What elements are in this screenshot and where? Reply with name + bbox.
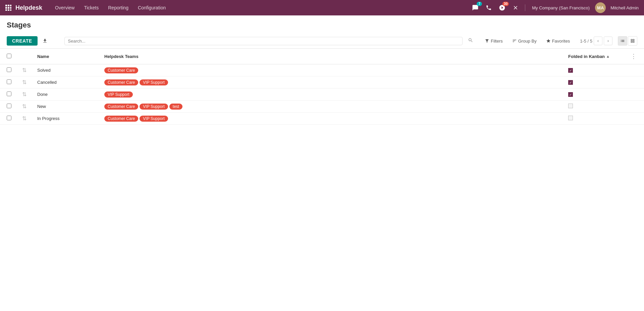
- create-button[interactable]: CREATE: [7, 36, 38, 46]
- svg-rect-6: [5, 9, 7, 11]
- avatar[interactable]: MA: [595, 2, 606, 13]
- nav-configuration[interactable]: Configuration: [133, 0, 170, 15]
- team-tag[interactable]: test: [169, 104, 182, 110]
- drag-handle-cell[interactable]: ⇅: [17, 101, 32, 113]
- row-select-checkbox[interactable]: [7, 79, 11, 84]
- folded-kanban-cell[interactable]: [563, 76, 623, 88]
- activity-icon[interactable]: 30: [497, 2, 507, 13]
- table-body: ⇅SolvedCustomer Care⇅CancelledCustomer C…: [0, 64, 644, 125]
- nav-right-actions: 7 30 My Company (San Francisco) MA Mitch…: [470, 2, 639, 13]
- folded-checkbox[interactable]: [568, 92, 573, 97]
- helpdesk-teams-cell: Customer CareVIP Support: [99, 76, 563, 88]
- drag-handle-icon[interactable]: ⇅: [22, 116, 26, 121]
- folded-kanban-cell[interactable]: [563, 113, 623, 125]
- search-input[interactable]: [68, 39, 459, 44]
- close-nav-icon[interactable]: [510, 2, 521, 13]
- nav-overview[interactable]: Overview: [50, 0, 79, 15]
- row-checkbox-cell[interactable]: [0, 88, 17, 101]
- nav-tickets[interactable]: Tickets: [79, 0, 103, 15]
- row-checkbox-cell[interactable]: [0, 76, 17, 88]
- favorites-label: Favorites: [552, 39, 570, 44]
- drag-handle-icon[interactable]: ⇅: [22, 79, 26, 85]
- folded-checkbox[interactable]: [568, 104, 573, 108]
- drag-handle-cell[interactable]: ⇅: [17, 76, 32, 88]
- page-header: Stages: [0, 15, 644, 29]
- list-view-button[interactable]: [618, 36, 627, 46]
- team-tag[interactable]: VIP Support: [140, 79, 168, 85]
- actions-column-header: ⋮: [623, 49, 644, 64]
- activity-badge: 30: [502, 2, 509, 6]
- row-select-checkbox[interactable]: [7, 116, 11, 120]
- folded-kanban-cell[interactable]: [563, 101, 623, 113]
- team-tag[interactable]: VIP Support: [140, 104, 168, 110]
- svg-rect-1: [8, 5, 9, 6]
- team-tag[interactable]: VIP Support: [104, 91, 133, 98]
- phone-icon[interactable]: [483, 2, 494, 13]
- chat-icon[interactable]: 7: [470, 2, 481, 13]
- next-page-button[interactable]: ›: [604, 37, 612, 45]
- row-actions-cell: [623, 101, 644, 113]
- company-name[interactable]: My Company (San Francisco): [532, 5, 590, 10]
- folded-column-header[interactable]: Folded in Kanban ▲: [563, 49, 623, 64]
- groupby-button[interactable]: Group By: [510, 37, 539, 45]
- page-title: Stages: [7, 21, 637, 29]
- svg-rect-2: [10, 5, 11, 6]
- row-select-checkbox[interactable]: [7, 67, 11, 72]
- folded-kanban-cell[interactable]: [563, 88, 623, 101]
- stage-name-cell: New: [32, 101, 99, 113]
- row-checkbox-cell[interactable]: [0, 101, 17, 113]
- row-checkbox-cell[interactable]: [0, 64, 17, 76]
- apps-grid-icon[interactable]: [5, 5, 11, 11]
- select-all-header[interactable]: [0, 49, 17, 64]
- kanban-view-button[interactable]: [628, 36, 637, 46]
- drag-handle-icon[interactable]: ⇅: [22, 67, 26, 73]
- download-button[interactable]: [40, 37, 50, 45]
- svg-rect-4: [8, 7, 9, 9]
- folded-checkbox[interactable]: [568, 80, 573, 85]
- stage-name-cell: Done: [32, 88, 99, 101]
- teams-column-header[interactable]: Helpdesk Teams: [99, 49, 563, 64]
- table-header: Name Helpdesk Teams Folded in Kanban ▲ ⋮: [0, 49, 644, 64]
- table-row: ⇅CancelledCustomer CareVIP Support: [0, 76, 644, 88]
- search-button[interactable]: [468, 38, 473, 44]
- name-column-header[interactable]: Name: [32, 49, 99, 64]
- user-name[interactable]: Mitchell Admin: [610, 5, 639, 10]
- column-options-button[interactable]: ⋮: [629, 52, 639, 61]
- drag-handle-icon[interactable]: ⇅: [22, 104, 26, 109]
- filters-button[interactable]: Filters: [483, 37, 504, 45]
- prev-page-button[interactable]: ‹: [594, 37, 602, 45]
- groupby-label: Group By: [518, 39, 537, 44]
- table-row: ⇅In ProgressCustomer CareVIP Support: [0, 113, 644, 125]
- team-tag[interactable]: Customer Care: [104, 104, 138, 110]
- sort-asc-icon: ▲: [606, 54, 610, 58]
- drag-handle-cell[interactable]: ⇅: [17, 88, 32, 101]
- drag-handle-icon[interactable]: ⇅: [22, 91, 26, 97]
- team-tag[interactable]: Customer Care: [104, 79, 138, 85]
- svg-rect-3: [5, 7, 7, 9]
- folded-checkbox[interactable]: [568, 116, 573, 120]
- drag-handle-cell[interactable]: ⇅: [17, 64, 32, 76]
- row-select-checkbox[interactable]: [7, 104, 11, 108]
- team-tag[interactable]: Customer Care: [104, 67, 138, 73]
- toolbar: CREATE Filters Group By: [0, 34, 644, 49]
- row-actions-cell: [623, 113, 644, 125]
- row-select-checkbox[interactable]: [7, 91, 11, 96]
- favorites-button[interactable]: Favorites: [544, 37, 572, 45]
- filters-label: Filters: [491, 39, 502, 44]
- nav-reporting[interactable]: Reporting: [103, 0, 133, 15]
- app-brand[interactable]: Helpdesk: [15, 4, 42, 11]
- folded-kanban-cell[interactable]: [563, 64, 623, 76]
- team-tag[interactable]: Customer Care: [104, 116, 138, 122]
- search-bar[interactable]: [64, 37, 463, 45]
- filter-bar: Filters Group By Favorites: [483, 37, 572, 45]
- helpdesk-teams-cell: VIP Support: [99, 88, 563, 101]
- team-tag[interactable]: VIP Support: [140, 116, 168, 122]
- folded-checkbox[interactable]: [568, 68, 573, 73]
- select-all-checkbox[interactable]: [7, 54, 11, 58]
- helpdesk-teams-cell: Customer CareVIP Supporttest: [99, 101, 563, 113]
- row-checkbox-cell[interactable]: [0, 113, 17, 125]
- nav-links: Overview Tickets Reporting Configuration: [50, 0, 470, 15]
- row-actions-cell: [623, 64, 644, 76]
- drag-handle-cell[interactable]: ⇅: [17, 113, 32, 125]
- pagination-count: 1-5 / 5: [580, 39, 592, 44]
